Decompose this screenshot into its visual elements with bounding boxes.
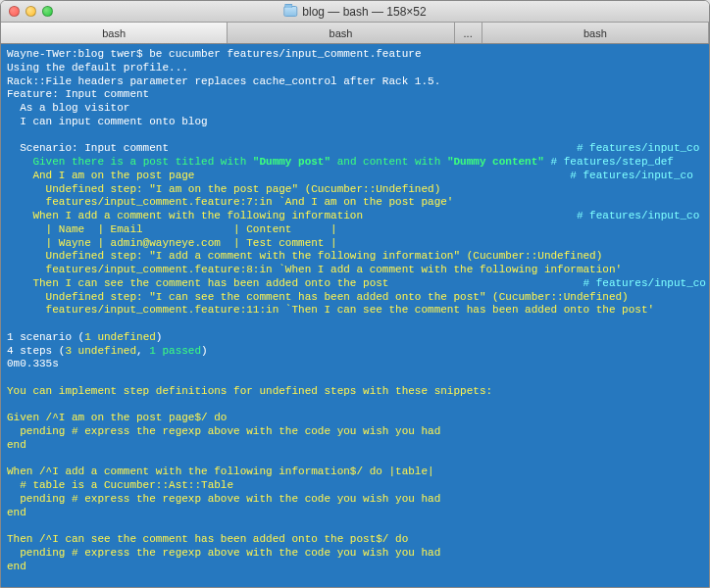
terminal-window: blog — bash — 158×52 bash bash ... bash … <box>0 0 710 588</box>
scenario-header: Scenario: Input comment <box>7 142 169 154</box>
zoom-icon[interactable] <box>42 6 53 17</box>
undefined-step: Undefined step: "I add a comment with th… <box>7 250 602 262</box>
snippet-line: pending # express the regexp above with … <box>7 547 440 559</box>
minimize-icon[interactable] <box>25 6 36 17</box>
tab-label: bash <box>330 27 353 39</box>
summary-undef: 1 undefined <box>84 331 156 343</box>
tab-label: ... <box>464 27 473 39</box>
source-tag: # features/input_co <box>570 170 692 181</box>
traffic-lights <box>9 6 53 17</box>
folder-icon <box>283 6 297 17</box>
table-row: | Wayne | admin@wayneye.com | Test comme… <box>7 237 337 249</box>
tab-label: bash <box>583 27 607 39</box>
step-given-text: there is a post titled with <box>72 156 253 168</box>
quoted: "Dummy post" <box>253 156 330 168</box>
table-header: | Name | Email | Content | <box>7 223 337 235</box>
terminal-output[interactable]: Wayne-TWer:blog twer$ be cucumber featur… <box>1 44 709 588</box>
line: As a blog visitor <box>7 102 129 114</box>
paren: ) <box>201 345 208 357</box>
step-given-kw: Given <box>7 156 72 168</box>
snippet-line: Given /^I am on the post page$/ do <box>7 412 227 423</box>
window-title: blog — bash — 158×52 <box>283 5 426 19</box>
snippet-line: end <box>7 507 26 518</box>
summary-passed: 1 passed <box>149 345 201 357</box>
step-given-text: and content with <box>330 156 447 168</box>
snippet-line: end <box>7 561 26 572</box>
undefined-step: Undefined step: "I can see the comment h… <box>7 291 629 303</box>
snippet-line: end <box>7 439 26 451</box>
summary-steps: 4 steps ( <box>7 345 65 357</box>
tab-overflow[interactable]: ... <box>455 23 482 43</box>
undefined-step: Undefined step: "I am on the post page" … <box>7 183 440 195</box>
step-and: And I am on the post page <box>7 170 194 181</box>
quoted: "Dummy content" <box>447 156 544 168</box>
tab-bash-1[interactable]: bash <box>1 23 228 43</box>
snippet-intro: You can implement step definitions for u… <box>7 385 492 397</box>
undefined-step-loc: features/input_comment.feature:11:in `Th… <box>7 304 654 316</box>
feature-line: Feature: Input comment <box>7 88 149 100</box>
snippet-line: Then /^I can see the comment has been ad… <box>7 533 408 545</box>
titlebar[interactable]: blog — bash — 158×52 <box>1 1 709 23</box>
summary-scenarios: 1 scenario ( <box>7 331 84 343</box>
undefined-step-loc: features/input_comment.feature:8:in `Whe… <box>7 264 622 275</box>
close-icon[interactable] <box>9 6 20 17</box>
summary-undef: 3 undefined <box>65 345 136 357</box>
undefined-step-loc: features/input_comment.feature:7:in `And… <box>7 196 453 208</box>
line: Rack::File headers parameter replaces ca… <box>7 75 440 87</box>
tab-label: bash <box>102 27 126 39</box>
source-tag: # features/input_co <box>577 142 699 154</box>
command: be cucumber features/input_comment.featu… <box>149 48 421 60</box>
snippet-line: pending # express the regexp above with … <box>7 425 440 437</box>
source-tag: # features/step_def <box>544 156 674 168</box>
prompt: Wayne-TWer:blog twer$ <box>7 48 149 60</box>
sep: , <box>136 345 149 357</box>
timing: 0m0.335s <box>7 358 59 369</box>
line: Using the default profile... <box>7 62 188 74</box>
line: I can input comment onto blog <box>7 116 208 127</box>
snippet-line: When /^I add a comment with the followin… <box>7 466 434 477</box>
snippet-line: pending # express the regexp above with … <box>7 493 440 505</box>
source-tag: # features/input_co <box>577 210 699 221</box>
source-tag: # features/input_co <box>583 277 706 289</box>
step-when: When I add a comment with the following … <box>7 210 363 221</box>
step-then: Then I can see the comment has been adde… <box>7 277 388 289</box>
paren: ) <box>156 331 163 343</box>
snippet-line: # table is a Cucumber::Ast::Table <box>7 479 233 491</box>
window-title-text: blog — bash — 158×52 <box>302 5 426 19</box>
tab-bash-2[interactable]: bash <box>228 23 454 43</box>
tab-bar: bash bash ... bash <box>1 23 709 44</box>
tab-bash-3[interactable]: bash <box>482 23 709 43</box>
